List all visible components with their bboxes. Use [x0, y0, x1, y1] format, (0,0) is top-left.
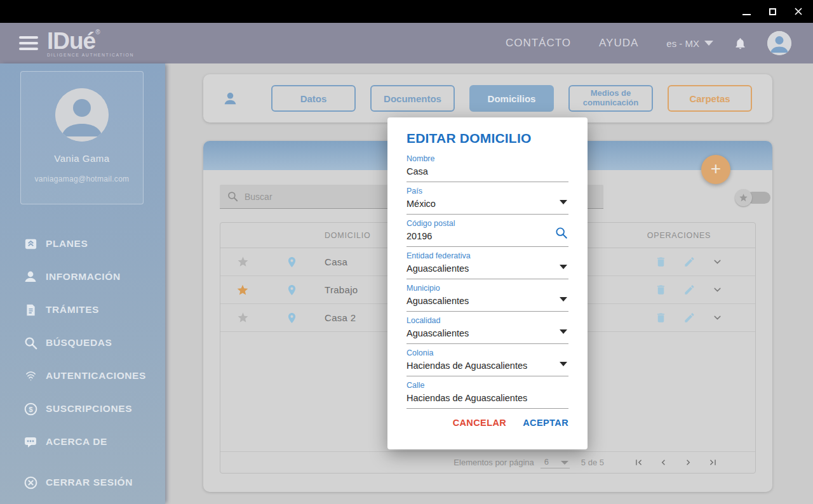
- sidebar-item-label: AUTENTICACIONES: [46, 370, 146, 381]
- avatar-person-icon: [767, 31, 791, 55]
- field-localidad: Localidad Aguascalientes: [406, 316, 568, 344]
- first-page-button[interactable]: [633, 457, 644, 468]
- field-label: Calle: [406, 381, 568, 390]
- search-placeholder: Buscar: [245, 192, 272, 202]
- sidebar-item-label: INFORMACIÓN: [46, 271, 121, 282]
- nav-help-link[interactable]: AYUDA: [599, 37, 638, 50]
- editar-domicilio-modal: EDITAR DOMICILIO Nombre Casa País México…: [387, 117, 588, 449]
- dropdown-caret-icon[interactable]: [560, 200, 567, 204]
- sidebar-item-tramites[interactable]: TRÁMITES: [0, 293, 165, 326]
- field-label: Colonia: [406, 348, 568, 358]
- search-icon: [227, 190, 239, 202]
- tab-domicilios[interactable]: Domicilios: [469, 85, 554, 112]
- modal-title: EDITAR DOMICILIO: [406, 131, 568, 146]
- favorites-filter-toggle[interactable]: [735, 189, 770, 206]
- first-page-icon: [633, 457, 644, 468]
- chevron-right-icon: [683, 457, 694, 468]
- sidebar-item-busquedas[interactable]: BÚSQUEDAS: [0, 326, 165, 359]
- delete-button[interactable]: [655, 312, 667, 324]
- page-size-label: Elementos por página: [454, 458, 534, 467]
- pais-select[interactable]: México: [406, 198, 568, 215]
- last-page-icon: [708, 457, 718, 468]
- star-icon: [236, 284, 249, 296]
- star-icon: [237, 312, 249, 324]
- delete-button[interactable]: [655, 256, 667, 268]
- hamburger-menu-icon[interactable]: [19, 36, 38, 50]
- tab-carpetas[interactable]: Carpetas: [668, 85, 752, 112]
- colonia-select[interactable]: Haciendas de Aguascalientes: [406, 360, 568, 376]
- tab-documentos[interactable]: Documentos: [370, 85, 455, 112]
- add-domicilio-button[interactable]: +: [701, 155, 730, 184]
- pencil-icon: [683, 256, 695, 268]
- expand-row-button[interactable]: [712, 312, 723, 323]
- trash-icon: [655, 284, 667, 296]
- field-municipio: Municipio Aguascalientes: [406, 284, 568, 312]
- field-calle: Calle Haciendas de Aguascalientes: [406, 381, 568, 409]
- dropdown-caret-icon[interactable]: [560, 362, 567, 366]
- favorite-star-button[interactable]: [220, 312, 265, 324]
- location-pin-icon: [265, 255, 318, 269]
- previous-page-button[interactable]: [658, 457, 669, 468]
- maximize-button[interactable]: [767, 6, 778, 17]
- favorite-star-button[interactable]: [220, 256, 265, 268]
- dropdown-caret-icon[interactable]: [560, 265, 567, 269]
- document-icon: [23, 302, 38, 317]
- app-header: IDué® DILIGENCE AUTHENTICATION CONTÁCTO …: [0, 23, 813, 63]
- codigo-postal-input[interactable]: 20196: [406, 230, 568, 247]
- entidad-federativa-select[interactable]: Aguascalientes: [406, 263, 568, 279]
- expand-row-button[interactable]: [712, 284, 723, 295]
- expand-row-button[interactable]: [712, 256, 723, 267]
- cancel-button[interactable]: CANCELAR: [453, 418, 507, 428]
- edit-button[interactable]: [683, 284, 695, 296]
- last-page-button[interactable]: [708, 457, 718, 468]
- tab-medios-de-comunicacion[interactable]: Medios de comunicación: [568, 85, 653, 112]
- plans-icon: [23, 236, 38, 251]
- language-selector[interactable]: es - MX: [666, 38, 713, 49]
- dropdown-caret-icon[interactable]: [560, 329, 567, 334]
- notifications-button[interactable]: [734, 36, 747, 51]
- logout-icon: [23, 475, 38, 490]
- sidebar-item-suscripciones[interactable]: $ SUSCRIPCIONES: [0, 392, 165, 425]
- tab-datos[interactable]: Datos: [271, 85, 356, 112]
- nav-contact-link[interactable]: CONTÁCTO: [506, 37, 571, 50]
- edit-button[interactable]: [683, 256, 695, 268]
- sidebar-item-informacion[interactable]: INFORMACIÓN: [0, 260, 165, 293]
- field-nombre: Nombre Casa: [406, 154, 568, 182]
- postal-code-search-button[interactable]: [554, 226, 568, 240]
- registered-mark: ®: [95, 29, 100, 36]
- language-value: es - MX: [666, 38, 699, 49]
- field-label: Código postal: [406, 219, 568, 229]
- page-size-select[interactable]: 6: [541, 457, 570, 468]
- sidebar-item-planes[interactable]: PLANES: [0, 227, 165, 260]
- favorite-star-button[interactable]: [220, 284, 265, 296]
- calle-input[interactable]: Haciendas de Aguascalientes: [406, 392, 568, 409]
- maximize-icon: [769, 8, 776, 15]
- brand-logo: IDué® DILIGENCE AUTHENTICATION: [47, 29, 134, 58]
- delete-button[interactable]: [655, 284, 667, 296]
- next-page-button[interactable]: [683, 457, 694, 468]
- sidebar: Vania Gama vaniagamag@hotmail.com PLANES…: [0, 63, 165, 504]
- field-codigo-postal: Código postal 20196: [406, 219, 568, 247]
- sidebar-item-acerca-de[interactable]: ACERCA DE: [0, 425, 165, 458]
- search-icon: [554, 226, 568, 240]
- sidebar-item-cerrar-sesion[interactable]: CERRAR SESIÓN: [0, 466, 165, 499]
- pagination-bar: Elementos por página 6 5 de 5: [220, 451, 755, 473]
- page-size-value: 6: [544, 457, 549, 467]
- dropdown-caret-icon[interactable]: [560, 297, 567, 302]
- close-button[interactable]: [793, 6, 804, 17]
- profile-card: Vania Gama vaniagamag@hotmail.com: [20, 71, 144, 204]
- municipio-select[interactable]: Aguascalientes: [406, 295, 568, 312]
- sidebar-item-autenticaciones[interactable]: AUTENTICACIONES: [0, 359, 165, 392]
- minimize-button[interactable]: [741, 6, 752, 17]
- location-pin-icon: [265, 311, 318, 325]
- pencil-icon: [683, 284, 695, 296]
- accept-button[interactable]: ACEPTAR: [523, 418, 568, 428]
- field-colonia: Colonia Haciendas de Aguascalientes: [406, 348, 568, 376]
- star-icon: [237, 256, 249, 268]
- tabs-card: Datos Documentos Domicilios Medios de co…: [203, 74, 772, 123]
- nombre-input[interactable]: Casa: [406, 166, 568, 182]
- star-icon: [739, 193, 748, 202]
- localidad-select[interactable]: Aguascalientes: [406, 328, 568, 344]
- edit-button[interactable]: [683, 312, 695, 324]
- user-avatar[interactable]: [767, 31, 791, 55]
